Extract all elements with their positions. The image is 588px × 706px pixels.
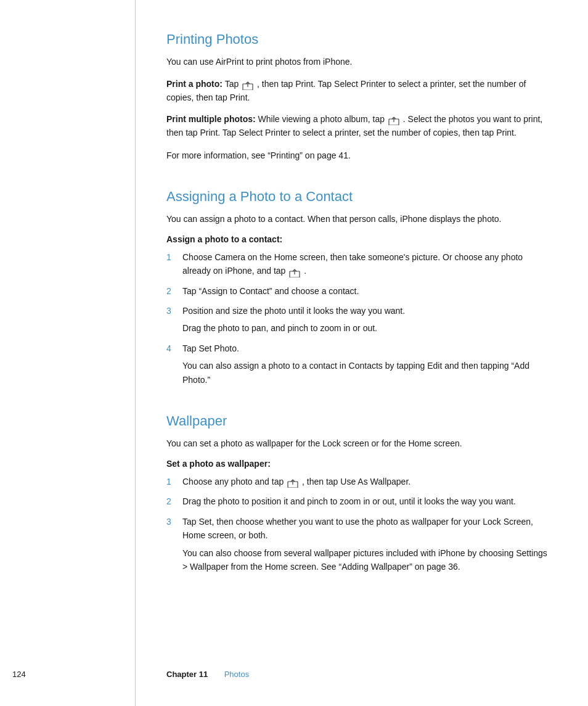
step-3-text: Position and size the photo until it loo… [182, 306, 405, 316]
page-number: 124 [12, 670, 26, 679]
content-area: Printing Photos You can use AirPrint to … [136, 0, 588, 706]
share-icon-1 [242, 80, 253, 89]
step-1-content: Choose Camera on the Home screen, then t… [182, 250, 551, 278]
step-1-text-end: . [304, 266, 306, 276]
print-photo-label: Print a photo: [166, 79, 223, 89]
wallpaper-step-2: 2 Drag the photo to position it and pinc… [166, 495, 551, 508]
assign-steps-list: 1 Choose Camera on the Home screen, then… [166, 250, 551, 387]
share-icon-3 [289, 268, 300, 276]
wall-step-1-content: Choose any photo and tap , then tap Use … [182, 475, 551, 488]
step-4-subnote: You can also assign a photo to a contact… [182, 359, 551, 387]
wall-step-3-content: Tap Set, then choose whether you want to… [182, 515, 551, 543]
print-multiple-label: Print multiple photos: [166, 114, 256, 124]
step-2-text: Tap “Assign to Contact” and choose a con… [182, 286, 359, 296]
chapter-label: Chapter 11 [166, 670, 208, 679]
section-printing-photos: Printing Photos You can use AirPrint to … [166, 31, 551, 162]
wall-step-1-text: Choose any photo and tap [182, 477, 286, 486]
wall-step-1-text2: , then tap Use As Wallpaper. [302, 477, 410, 486]
page-footer: 124 Chapter 11 Photos [0, 669, 588, 706]
step-number-1: 1 [166, 250, 179, 264]
step-2-content: Tap “Assign to Contact” and choose a con… [182, 284, 551, 298]
print-multiple-text: While viewing a photo album, tap [258, 114, 387, 124]
footer-left: 124 [0, 655, 136, 692]
section-title-printing: Printing Photos [166, 31, 551, 49]
assign-step-3: 3 Position and size the photo until it l… [166, 304, 551, 335]
wall-step-2-text: Drag the photo to position it and pinch … [182, 496, 516, 506]
wall-step-number-3: 3 [166, 515, 179, 528]
wall-step-2-content: Drag the photo to position it and pinch … [182, 495, 551, 508]
wall-step-3-subnote: You can also choose from several wallpap… [182, 546, 551, 574]
step-number-3: 3 [166, 304, 179, 318]
printing-footer-note: For more information, see “Printing” on … [166, 149, 551, 162]
assign-step-4: 4 Tap Set Photo. You can also assign a p… [166, 342, 551, 387]
wallpaper-step-1: 1 Choose any photo and tap , then tap Us… [166, 475, 551, 488]
print-photo-text: Tap [225, 79, 241, 89]
step-1-text: Choose Camera on the Home screen, then t… [182, 252, 523, 276]
wall-step-3-text: Tap Set, then choose whether you want to… [182, 517, 533, 540]
section-intro-printing: You can use AirPrint to print photos fro… [166, 55, 551, 68]
section-intro-wallpaper: You can set a photo as wallpaper for the… [166, 437, 551, 450]
step-3-content: Position and size the photo until it loo… [182, 304, 551, 318]
step-number-4: 4 [166, 342, 179, 355]
step-4-content: Tap Set Photo. [182, 342, 551, 355]
section-wallpaper: Wallpaper You can set a photo as wallpap… [166, 413, 551, 573]
section-assigning-photo: Assigning a Photo to a Contact You can a… [166, 188, 551, 387]
assign-sub-heading: Assign a photo to a contact: [166, 234, 551, 244]
footer-right: Chapter 11 Photos [136, 655, 588, 692]
step-number-2: 2 [166, 284, 179, 298]
print-photo-para: Print a photo: Tap , then tap Print. Tap… [166, 77, 551, 105]
wallpaper-sub-heading: Set a photo as wallpaper: [166, 459, 551, 469]
share-icon-2 [388, 115, 399, 124]
footer-separator [211, 670, 220, 679]
wallpaper-steps-list: 1 Choose any photo and tap , then tap Us… [166, 475, 551, 573]
share-icon-4 [287, 478, 298, 486]
section-intro-assigning: You can assign a photo to a contact. Whe… [166, 212, 551, 226]
step-4-text: Tap Set Photo. [182, 343, 239, 353]
wall-step-number-2: 2 [166, 495, 179, 508]
step-3-subnote: Drag the photo to pan, and pinch to zoom… [182, 321, 551, 335]
assign-step-2: 2 Tap “Assign to Contact” and choose a c… [166, 284, 551, 298]
left-margin [0, 0, 136, 706]
print-multiple-para: Print multiple photos: While viewing a p… [166, 112, 551, 140]
section-title-wallpaper: Wallpaper [166, 413, 551, 430]
wall-step-number-1: 1 [166, 475, 179, 488]
section-title-assigning: Assigning a Photo to a Contact [166, 188, 551, 206]
wallpaper-step-3: 3 Tap Set, then choose whether you want … [166, 515, 551, 574]
page-container: Printing Photos You can use AirPrint to … [0, 0, 588, 706]
assign-step-1: 1 Choose Camera on the Home screen, then… [166, 250, 551, 278]
chapter-name: Photos [224, 670, 249, 679]
